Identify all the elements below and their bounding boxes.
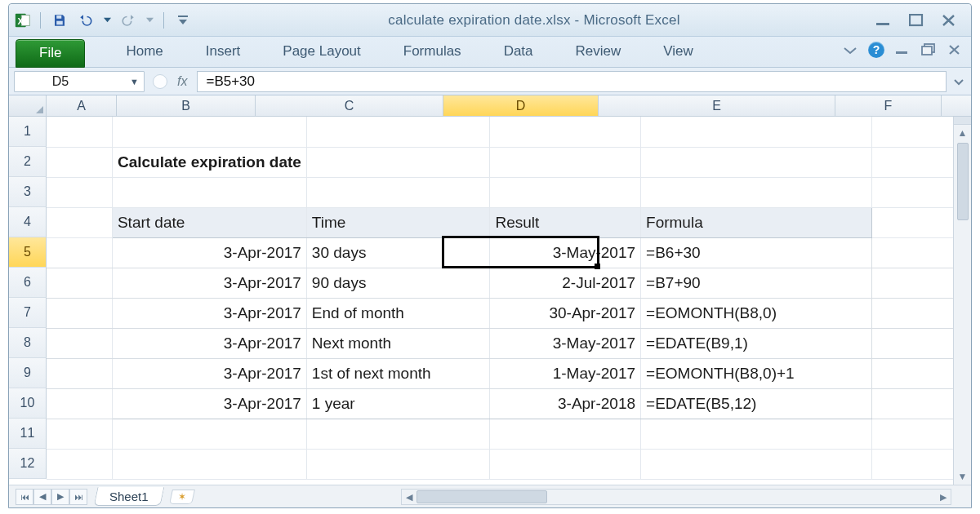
- workbook-restore-button[interactable]: [920, 42, 937, 58]
- row-header-8[interactable]: 8: [9, 328, 47, 358]
- cell-C8[interactable]: Next month: [306, 328, 490, 358]
- tab-formulas[interactable]: Formulas: [382, 37, 483, 67]
- cell-C9[interactable]: 1st of next month: [306, 358, 490, 388]
- cell-A4[interactable]: [47, 207, 112, 237]
- cell-E3[interactable]: [641, 177, 872, 207]
- cell-D5[interactable]: 3-May-2017: [490, 237, 641, 268]
- cell-D1[interactable]: [490, 117, 641, 147]
- cell-C3[interactable]: [306, 177, 490, 207]
- new-sheet-button[interactable]: ✶: [169, 490, 195, 504]
- cell-B9[interactable]: 3-Apr-2017: [112, 358, 306, 388]
- row-header-3[interactable]: 3: [9, 177, 47, 207]
- name-box[interactable]: ▼: [14, 71, 145, 92]
- tab-insert[interactable]: Insert: [185, 37, 262, 67]
- cell-A8[interactable]: [47, 328, 112, 358]
- minimize-ribbon-button[interactable]: [842, 42, 858, 58]
- cell-D10[interactable]: 3-Apr-2018: [490, 388, 641, 419]
- cell-D3[interactable]: [490, 177, 641, 207]
- cell-E6[interactable]: =B7+90: [641, 268, 872, 298]
- cell-A12[interactable]: [47, 449, 112, 479]
- workbook-minimize-button[interactable]: [894, 42, 911, 58]
- cell-E8[interactable]: =EDATE(B9,1): [641, 328, 872, 358]
- cell-D2[interactable]: [490, 147, 641, 177]
- expand-formula-bar-button[interactable]: [951, 76, 966, 87]
- cell-B8[interactable]: 3-Apr-2017: [112, 328, 306, 358]
- cell-B6[interactable]: 3-Apr-2017: [112, 268, 306, 298]
- scroll-left-button[interactable]: ◀: [402, 492, 416, 503]
- cell-E7[interactable]: =EOMONTH(B8,0): [641, 298, 872, 328]
- cell-C1[interactable]: [306, 117, 490, 147]
- column-header-C[interactable]: C: [256, 95, 443, 116]
- save-button[interactable]: [49, 11, 70, 30]
- undo-dropdown[interactable]: [101, 11, 113, 30]
- tab-page-layout[interactable]: Page Layout: [261, 37, 381, 67]
- row-header-1[interactable]: 1: [9, 117, 47, 147]
- cell-B7[interactable]: 3-Apr-2017: [112, 298, 306, 328]
- row-header-7[interactable]: 7: [9, 298, 47, 328]
- cell-C11[interactable]: [306, 419, 490, 449]
- cell-B4[interactable]: Start date: [112, 207, 306, 237]
- cell-B5[interactable]: 3-Apr-2017: [112, 237, 306, 268]
- column-header-E[interactable]: E: [599, 95, 835, 116]
- tab-data[interactable]: Data: [483, 37, 555, 67]
- row-header-11[interactable]: 11: [9, 419, 47, 449]
- vertical-scrollbar[interactable]: ▲ ▼: [953, 117, 971, 485]
- cell-B12[interactable]: [112, 449, 306, 479]
- sheet-nav-last[interactable]: ⏭: [69, 489, 87, 505]
- scroll-thumb[interactable]: [957, 143, 969, 220]
- cell-A7[interactable]: [47, 298, 112, 328]
- row-header-12[interactable]: 12: [9, 449, 47, 479]
- split-box[interactable]: [954, 117, 971, 125]
- help-icon[interactable]: ?: [868, 42, 884, 58]
- formula-input-wrap[interactable]: [197, 71, 947, 92]
- sheet-tab[interactable]: Sheet1: [94, 487, 164, 506]
- hscroll-thumb[interactable]: [416, 490, 547, 503]
- cell-C10[interactable]: 1 year: [306, 388, 490, 419]
- row-header-6[interactable]: 6: [9, 268, 47, 298]
- cell-D8[interactable]: 3-May-2017: [490, 328, 641, 358]
- cell-B10[interactable]: 3-Apr-2017: [112, 388, 306, 419]
- tab-view[interactable]: View: [642, 37, 715, 67]
- cell-B2[interactable]: Calculate expiration date: [112, 147, 306, 177]
- cell-E12[interactable]: [641, 449, 872, 479]
- cell-C5[interactable]: 30 days: [306, 237, 490, 268]
- horizontal-scrollbar[interactable]: ◀ ▶: [401, 489, 951, 505]
- cell-C7[interactable]: End of month: [306, 298, 490, 328]
- cell-E10[interactable]: =EDATE(B5,12): [641, 388, 872, 419]
- column-header-B[interactable]: B: [117, 95, 256, 116]
- cell-C12[interactable]: [306, 449, 490, 479]
- cell-E5[interactable]: =B6+30: [641, 237, 872, 268]
- cell-C6[interactable]: 90 days: [306, 268, 490, 298]
- select-all-corner[interactable]: [9, 95, 47, 116]
- close-button[interactable]: [940, 13, 958, 28]
- column-header-D[interactable]: D: [443, 95, 599, 116]
- cell-A11[interactable]: [47, 419, 112, 449]
- scroll-down-button[interactable]: ▼: [958, 468, 968, 485]
- cell-D12[interactable]: [490, 449, 641, 479]
- undo-button[interactable]: [75, 11, 96, 30]
- redo-button[interactable]: [118, 11, 139, 30]
- cell-E2[interactable]: [641, 147, 872, 177]
- cell-B11[interactable]: [112, 419, 306, 449]
- cell-E9[interactable]: =EOMONTH(B8,0)+1: [641, 358, 872, 388]
- cell-E1[interactable]: [641, 117, 872, 147]
- cell-A10[interactable]: [47, 388, 112, 419]
- cell-E4[interactable]: Formula: [641, 207, 872, 237]
- cell-C2[interactable]: [306, 147, 490, 177]
- sheet-nav-prev[interactable]: ◀: [33, 489, 51, 505]
- column-header-A[interactable]: A: [47, 95, 117, 116]
- name-box-input[interactable]: [20, 73, 101, 90]
- formula-input[interactable]: [204, 73, 939, 91]
- file-tab[interactable]: File: [16, 39, 85, 68]
- cell-B3[interactable]: [112, 177, 306, 207]
- sheet-nav-next[interactable]: ▶: [51, 489, 69, 505]
- excel-app-icon[interactable]: X: [14, 11, 32, 29]
- cell-D4[interactable]: Result: [490, 207, 641, 237]
- redo-dropdown[interactable]: [144, 11, 155, 30]
- sheet-nav-first[interactable]: ⏮: [16, 489, 33, 505]
- cell-D11[interactable]: [490, 419, 641, 449]
- tab-home[interactable]: Home: [105, 37, 184, 67]
- cell-E11[interactable]: [641, 419, 872, 449]
- cell-A5[interactable]: [47, 237, 112, 268]
- column-header-F[interactable]: F: [835, 95, 942, 116]
